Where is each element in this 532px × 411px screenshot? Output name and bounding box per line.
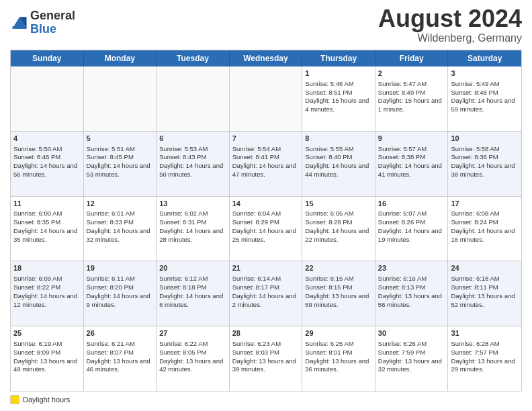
sunset-text: Sunset: 8:31 PM	[159, 218, 226, 227]
daylight-text: Daylight: 14 hours and 44 minutes.	[305, 162, 372, 179]
sunset-text: Sunset: 8:33 PM	[87, 218, 154, 227]
sunset-text: Sunset: 8:03 PM	[232, 349, 300, 357]
calendar-cell: 9Sunrise: 5:57 AMSunset: 8:38 PMDaylight…	[375, 132, 449, 196]
daylight-text: Daylight: 13 hours and 39 minutes.	[232, 357, 300, 375]
calendar-header-cell: Thursday	[302, 50, 375, 66]
sunset-text: Sunset: 8:48 PM	[451, 89, 519, 97]
calendar-cell: 6Sunrise: 5:53 AMSunset: 8:43 PMDaylight…	[157, 132, 230, 196]
day-number: 23	[378, 263, 445, 273]
day-number: 4	[13, 134, 81, 144]
calendar-body: 1Sunrise: 5:46 AMSunset: 8:51 PMDaylight…	[11, 66, 521, 391]
calendar-header-cell: Wednesday	[230, 50, 303, 66]
calendar-header-cell: Friday	[375, 50, 449, 66]
sunrise-text: Sunrise: 6:09 AM	[13, 275, 81, 283]
day-number: 26	[87, 328, 154, 338]
calendar-cell: 20Sunrise: 6:12 AMSunset: 8:18 PMDayligh…	[157, 261, 230, 326]
calendar-cell: 23Sunrise: 6:16 AMSunset: 8:13 PMDayligh…	[375, 261, 449, 326]
sunset-text: Sunset: 8:36 PM	[451, 153, 519, 162]
day-number: 28	[232, 328, 300, 338]
sunset-text: Sunset: 8:41 PM	[232, 153, 300, 162]
title-block: August 2024 Wildenberg, Germany	[378, 7, 522, 44]
calendar-row: 1Sunrise: 5:46 AMSunset: 8:51 PMDaylight…	[11, 66, 521, 131]
day-number: 22	[305, 263, 372, 273]
daylight-text: Daylight: 14 hours and 32 minutes.	[87, 227, 154, 244]
daylight-text: Daylight: 14 hours and 50 minutes.	[159, 162, 226, 179]
sunset-text: Sunset: 8:20 PM	[87, 283, 154, 292]
day-number: 14	[232, 199, 300, 209]
calendar-cell: 3Sunrise: 5:49 AMSunset: 8:48 PMDaylight…	[448, 66, 521, 131]
calendar-cell: 15Sunrise: 6:05 AMSunset: 8:28 PMDayligh…	[302, 197, 375, 261]
calendar-row: 18Sunrise: 6:09 AMSunset: 8:22 PMDayligh…	[11, 261, 521, 326]
logo-text: General Blue	[30, 9, 75, 36]
calendar-cell: 25Sunrise: 6:19 AMSunset: 8:09 PMDayligh…	[11, 326, 84, 391]
sunrise-text: Sunrise: 6:23 AM	[232, 340, 300, 349]
calendar-cell: 8Sunrise: 5:55 AMSunset: 8:40 PMDaylight…	[302, 132, 375, 196]
daylight-text: Daylight: 13 hours and 32 minutes.	[378, 357, 445, 375]
calendar-header-cell: Tuesday	[157, 50, 230, 66]
calendar-cell: 16Sunrise: 6:07 AMSunset: 8:26 PMDayligh…	[375, 197, 449, 261]
daylight-text: Daylight: 14 hours and 2 minutes.	[232, 292, 300, 310]
daylight-text: Daylight: 14 hours and 38 minutes.	[451, 162, 519, 179]
header: General Blue August 2024 Wildenberg, Ger…	[10, 7, 522, 44]
sunset-text: Sunset: 8:17 PM	[232, 283, 300, 292]
daylight-text: Daylight: 15 hours and 4 minutes.	[305, 97, 372, 114]
calendar-cell: 30Sunrise: 6:26 AMSunset: 7:59 PMDayligh…	[375, 326, 449, 391]
day-number: 20	[159, 263, 226, 273]
calendar-cell: 21Sunrise: 6:14 AMSunset: 8:17 PMDayligh…	[230, 261, 303, 326]
day-number: 6	[159, 134, 226, 144]
sunset-text: Sunset: 8:40 PM	[305, 153, 372, 162]
sunrise-text: Sunrise: 5:50 AM	[13, 145, 81, 154]
sunset-text: Sunset: 8:29 PM	[232, 218, 300, 227]
daylight-legend-label: Daylight hours	[23, 396, 70, 404]
calendar-cell: 19Sunrise: 6:11 AMSunset: 8:20 PMDayligh…	[84, 261, 157, 326]
day-number: 24	[451, 263, 519, 273]
day-number: 31	[451, 328, 519, 338]
day-number: 17	[451, 199, 519, 209]
day-number: 15	[305, 199, 372, 209]
daylight-text: Daylight: 14 hours and 9 minutes.	[87, 292, 154, 310]
sunrise-text: Sunrise: 5:54 AM	[232, 145, 300, 154]
daylight-text: Daylight: 15 hours and 1 minute.	[378, 97, 445, 114]
logo-icon	[10, 13, 29, 32]
sunrise-text: Sunrise: 6:28 AM	[451, 340, 519, 349]
calendar-cell: 17Sunrise: 6:08 AMSunset: 8:24 PMDayligh…	[448, 197, 521, 261]
day-number: 27	[159, 328, 226, 338]
daylight-text: Daylight: 14 hours and 35 minutes.	[13, 227, 81, 244]
daylight-text: Daylight: 13 hours and 59 minutes.	[305, 292, 372, 310]
sunrise-text: Sunrise: 6:04 AM	[232, 210, 300, 218]
svg-rect-2	[13, 26, 27, 29]
sunset-text: Sunset: 8:45 PM	[87, 153, 154, 162]
sunrise-text: Sunrise: 5:58 AM	[451, 145, 519, 154]
sunset-text: Sunset: 8:38 PM	[378, 153, 445, 162]
daylight-text: Daylight: 14 hours and 53 minutes.	[87, 162, 154, 179]
page: General Blue August 2024 Wildenberg, Ger…	[0, 0, 532, 411]
logo-general: General	[30, 9, 75, 23]
daylight-text: Daylight: 14 hours and 19 minutes.	[378, 227, 445, 244]
daylight-text: Daylight: 13 hours and 52 minutes.	[451, 292, 519, 310]
calendar-row: 25Sunrise: 6:19 AMSunset: 8:09 PMDayligh…	[11, 326, 521, 391]
calendar-header: SundayMondayTuesdayWednesdayThursdayFrid…	[11, 50, 521, 66]
sunrise-text: Sunrise: 5:47 AM	[378, 80, 445, 89]
daylight-legend-icon	[10, 395, 19, 404]
daylight-text: Daylight: 14 hours and 56 minutes.	[13, 162, 81, 179]
sunrise-text: Sunrise: 6:22 AM	[159, 340, 226, 349]
daylight-text: Daylight: 13 hours and 29 minutes.	[451, 357, 519, 375]
calendar-cell	[230, 66, 303, 131]
day-number: 29	[305, 328, 372, 338]
calendar-row: 11Sunrise: 6:00 AMSunset: 8:35 PMDayligh…	[11, 196, 521, 261]
day-number: 10	[451, 134, 519, 144]
day-number: 12	[87, 199, 154, 209]
daylight-text: Daylight: 13 hours and 36 minutes.	[305, 357, 372, 375]
sunset-text: Sunset: 8:51 PM	[305, 89, 372, 97]
calendar-cell: 4Sunrise: 5:50 AMSunset: 8:46 PMDaylight…	[11, 132, 84, 196]
calendar-cell: 22Sunrise: 6:15 AMSunset: 8:15 PMDayligh…	[302, 261, 375, 326]
sunrise-text: Sunrise: 6:21 AM	[87, 340, 154, 349]
sunset-text: Sunset: 8:05 PM	[159, 349, 226, 357]
sunrise-text: Sunrise: 6:18 AM	[451, 275, 519, 283]
sunset-text: Sunset: 8:26 PM	[378, 218, 445, 227]
sunset-text: Sunset: 8:35 PM	[13, 218, 81, 227]
sunrise-text: Sunrise: 5:46 AM	[305, 80, 372, 89]
daylight-text: Daylight: 14 hours and 59 minutes.	[451, 97, 519, 114]
daylight-text: Daylight: 13 hours and 46 minutes.	[87, 357, 154, 375]
sunrise-text: Sunrise: 5:55 AM	[305, 145, 372, 154]
